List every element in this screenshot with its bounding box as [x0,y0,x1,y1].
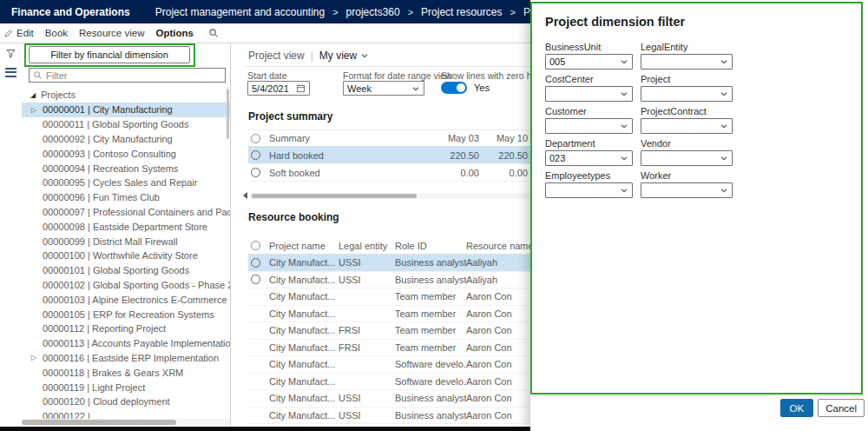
booking-row[interactable]: City Manufact... USSI Business analyst A… [248,408,557,425]
tree-item[interactable]: ▷ 00000116 | Eastside ERP Implementation [22,351,230,366]
tree-item[interactable]: ▷ 00000095 | Cycles Sales and Repair [22,176,230,190]
start-date-value[interactable] [252,83,293,94]
project-name-cell: City Manufact... [269,376,339,387]
booking-row[interactable]: City Manufact... FRSI Team member Aaron … [248,340,557,357]
app-title[interactable]: Finance and Operations [0,6,141,18]
tree-item[interactable]: ▷ 00000093 | Contoso Consulting [22,146,230,161]
column-header-role-id[interactable]: Role ID [395,241,466,251]
booking-row[interactable]: City Manufact... USSI Business analyst A… [248,255,557,272]
scrollbar-track[interactable] [250,193,535,199]
tree-vertical-scrollbar[interactable] [227,89,229,139]
tree-item[interactable]: ▷ 00000120 | Cloud deployment [22,395,230,409]
column-header-may03[interactable]: May 03 [415,133,490,143]
booking-row[interactable]: City Manufact... USSI Business analyst A… [248,390,557,408]
tree-item[interactable]: ▷ 00000113 | Accounts Payable Implementa… [22,336,230,351]
row-radio[interactable] [251,275,260,284]
format-select[interactable]: Week [343,81,424,96]
dimension-field: Project [641,74,733,102]
toggle-knob [457,83,465,92]
tree-item[interactable]: ▷ 00000092 | City Manufacturing [22,132,230,147]
booking-row[interactable]: City Manufact... USSI Business analyst A… [248,272,557,289]
options-tab[interactable]: Options [155,28,193,38]
view-selector[interactable]: My view [319,50,369,62]
dimension-select[interactable] [641,150,733,166]
tree-item[interactable]: ▷ 00000097 | Professional Containers and… [22,205,230,220]
breadcrumb-item[interactable]: projects360 [346,6,400,18]
expand-arrow-icon[interactable]: ▷ [31,354,36,361]
dimension-select[interactable] [545,86,633,102]
scrollbar-thumb[interactable] [22,420,176,425]
chevron-down-icon [720,57,728,66]
tree-item[interactable]: ▷ 00000112 | Reporting Project [22,322,230,336]
tree-item[interactable]: ▷ 00000100 | Worthwhile Activity Store [22,249,230,263]
panel-toggle-icon[interactable] [0,63,22,82]
row-radio[interactable] [251,168,260,177]
tree-item[interactable]: ▷ 00000118 | Brakes & Gears XRM [22,365,230,380]
zero-hours-toggle[interactable] [441,82,467,94]
dimension-select[interactable]: 023 [545,150,633,166]
column-header-may10[interactable]: May 10 [490,133,531,143]
summary-may10-cell: 220.50 [490,150,531,161]
tree-item-label: 00000095 | Cycles Sales and Repair [43,177,197,188]
booking-row[interactable]: City Manufact... Software develo... Aaro… [248,356,557,374]
tree-filter-input[interactable] [46,70,221,81]
tree-item[interactable]: ▷ 00000098 | Eastside Department Store [22,219,230,234]
booking-row[interactable]: City Manufact... FRSI Team member Aaron … [248,322,557,340]
tree-item[interactable]: ▷ 00000001 | City Manufacturing [22,103,230,117]
role-id-cell: Team member [395,325,466,335]
chevron-down-icon [720,186,728,195]
calendar-icon[interactable] [296,83,306,93]
tree-item[interactable]: ▷ 00000011 | Global Sporting Goods [22,117,230,132]
ok-button[interactable]: OK [780,399,814,417]
cancel-button[interactable]: Cancel [818,399,865,417]
column-header-summary[interactable]: Summary [269,133,415,143]
tree-horizontal-scrollbar[interactable] [22,419,230,426]
dimension-select[interactable] [641,182,733,198]
dimension-field: ProjectContract [641,106,733,134]
tree-item[interactable]: ▷ 00000101 | Global Sporting Goods [22,263,230,278]
search-icon[interactable] [208,28,219,38]
start-date-input[interactable] [247,81,310,96]
collapse-arrow-icon[interactable]: ◢ [30,91,36,99]
booking-row[interactable]: City Manufact... Software develo... Aaro… [248,374,557,391]
edit-button[interactable]: Edit [3,28,34,38]
expand-arrow-icon[interactable]: ▷ [31,106,36,114]
dimension-field: CostCenter [545,74,633,102]
book-button[interactable]: Book [45,28,68,38]
column-header-legal-entity[interactable]: Legal entity [339,241,395,251]
dimension-select[interactable] [641,86,733,102]
select-all-radio[interactable] [251,241,260,250]
dimension-select[interactable] [545,118,633,134]
view-header: Project view | My view [248,50,369,62]
tree-item[interactable]: ▷ 00000102 | Global Sporting Goods - Pha… [22,278,230,293]
scrollbar-thumb[interactable] [252,194,417,198]
tree-item[interactable]: ▷ 00000105 | ERP for Recreation Systems [22,307,230,322]
summary-row[interactable]: Soft booked 0.00 0.00 [248,164,535,182]
row-radio[interactable] [251,258,260,268]
tree-item[interactable]: ▷ 00000096 | Fun Times Club [22,190,230,205]
tree-root-projects[interactable]: ◢ Projects [22,87,230,103]
column-header-project-name[interactable]: Project name [269,241,339,251]
booking-row[interactable]: City Manufact... Team member Aaron Con [248,288,557,306]
summary-horizontal-scrollbar[interactable] [243,192,535,199]
dimension-select[interactable] [641,118,733,134]
dimension-select[interactable] [545,182,633,198]
select-all-radio[interactable] [251,134,260,143]
tree-item[interactable]: ▷ 00000103 | Alpine Electronics E-Commer… [22,292,230,307]
tree-item[interactable]: ▷ 00000099 | District Mall Firewall [22,234,230,249]
breadcrumb-item[interactable]: Project management and accounting [155,6,325,18]
dimension-select[interactable] [641,54,733,70]
tree-item[interactable]: ▷ 00000094 | Recreation Systems [22,161,230,176]
summary-row[interactable]: Hard booked 220.50 220.50 [248,147,535,164]
row-radio[interactable] [251,150,260,160]
breadcrumb-item[interactable]: Project resources [421,6,502,18]
filter-funnel-icon[interactable] [0,43,22,63]
dimension-select[interactable]: 005 [545,54,633,70]
dimension-select-value: 005 [549,56,565,67]
tree-item-label: 00000120 | Cloud deployment [43,396,170,407]
tree-item[interactable]: ▷ 00000119 | Light Project [22,380,230,395]
resource-view-button[interactable]: Resource view [79,28,144,38]
filter-by-financial-dimension-button[interactable]: Filter by financial dimension [29,46,190,63]
scroll-left-arrow-icon[interactable] [243,192,247,199]
booking-row[interactable]: City Manufact... Team member Aaron Con [248,306,557,323]
